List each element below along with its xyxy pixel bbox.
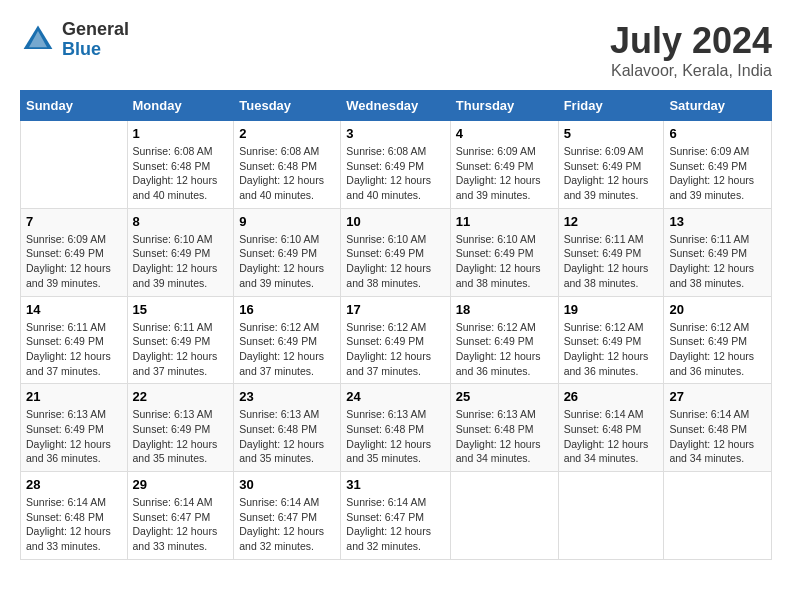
calendar-cell: 2Sunrise: 6:08 AMSunset: 6:48 PMDaylight…: [234, 121, 341, 209]
day-info: Sunrise: 6:12 AMSunset: 6:49 PMDaylight:…: [239, 320, 335, 379]
day-number: 14: [26, 302, 122, 317]
calendar-cell: 10Sunrise: 6:10 AMSunset: 6:49 PMDayligh…: [341, 208, 450, 296]
week-row-2: 7Sunrise: 6:09 AMSunset: 6:49 PMDaylight…: [21, 208, 772, 296]
day-info: Sunrise: 6:13 AMSunset: 6:48 PMDaylight:…: [346, 407, 444, 466]
week-row-1: 1Sunrise: 6:08 AMSunset: 6:48 PMDaylight…: [21, 121, 772, 209]
subtitle: Kalavoor, Kerala, India: [610, 62, 772, 80]
logo-icon: [20, 22, 56, 58]
calendar-cell: 20Sunrise: 6:12 AMSunset: 6:49 PMDayligh…: [664, 296, 772, 384]
calendar-cell: 31Sunrise: 6:14 AMSunset: 6:47 PMDayligh…: [341, 472, 450, 560]
day-number: 19: [564, 302, 659, 317]
calendar-cell: 21Sunrise: 6:13 AMSunset: 6:49 PMDayligh…: [21, 384, 128, 472]
day-info: Sunrise: 6:14 AMSunset: 6:48 PMDaylight:…: [564, 407, 659, 466]
week-row-5: 28Sunrise: 6:14 AMSunset: 6:48 PMDayligh…: [21, 472, 772, 560]
calendar-cell: [664, 472, 772, 560]
day-number: 4: [456, 126, 553, 141]
calendar-cell: 22Sunrise: 6:13 AMSunset: 6:49 PMDayligh…: [127, 384, 234, 472]
day-info: Sunrise: 6:12 AMSunset: 6:49 PMDaylight:…: [669, 320, 766, 379]
week-row-3: 14Sunrise: 6:11 AMSunset: 6:49 PMDayligh…: [21, 296, 772, 384]
calendar-cell: 15Sunrise: 6:11 AMSunset: 6:49 PMDayligh…: [127, 296, 234, 384]
calendar-cell: 9Sunrise: 6:10 AMSunset: 6:49 PMDaylight…: [234, 208, 341, 296]
calendar-cell: 29Sunrise: 6:14 AMSunset: 6:47 PMDayligh…: [127, 472, 234, 560]
calendar-cell: 19Sunrise: 6:12 AMSunset: 6:49 PMDayligh…: [558, 296, 664, 384]
day-info: Sunrise: 6:14 AMSunset: 6:47 PMDaylight:…: [239, 495, 335, 554]
day-info: Sunrise: 6:13 AMSunset: 6:48 PMDaylight:…: [239, 407, 335, 466]
calendar-cell: 23Sunrise: 6:13 AMSunset: 6:48 PMDayligh…: [234, 384, 341, 472]
calendar-cell: 16Sunrise: 6:12 AMSunset: 6:49 PMDayligh…: [234, 296, 341, 384]
header-tuesday: Tuesday: [234, 91, 341, 121]
week-row-4: 21Sunrise: 6:13 AMSunset: 6:49 PMDayligh…: [21, 384, 772, 472]
calendar-cell: 25Sunrise: 6:13 AMSunset: 6:48 PMDayligh…: [450, 384, 558, 472]
logo: General Blue: [20, 20, 129, 60]
day-number: 21: [26, 389, 122, 404]
calendar-cell: 18Sunrise: 6:12 AMSunset: 6:49 PMDayligh…: [450, 296, 558, 384]
day-info: Sunrise: 6:09 AMSunset: 6:49 PMDaylight:…: [669, 144, 766, 203]
calendar-cell: 26Sunrise: 6:14 AMSunset: 6:48 PMDayligh…: [558, 384, 664, 472]
day-number: 1: [133, 126, 229, 141]
calendar-cell: 1Sunrise: 6:08 AMSunset: 6:48 PMDaylight…: [127, 121, 234, 209]
title-section: July 2024 Kalavoor, Kerala, India: [610, 20, 772, 80]
calendar-cell: 30Sunrise: 6:14 AMSunset: 6:47 PMDayligh…: [234, 472, 341, 560]
day-number: 26: [564, 389, 659, 404]
day-number: 22: [133, 389, 229, 404]
calendar-cell: [558, 472, 664, 560]
day-number: 25: [456, 389, 553, 404]
day-number: 29: [133, 477, 229, 492]
calendar-cell: 4Sunrise: 6:09 AMSunset: 6:49 PMDaylight…: [450, 121, 558, 209]
day-number: 31: [346, 477, 444, 492]
day-info: Sunrise: 6:10 AMSunset: 6:49 PMDaylight:…: [239, 232, 335, 291]
day-info: Sunrise: 6:11 AMSunset: 6:49 PMDaylight:…: [26, 320, 122, 379]
calendar-cell: 3Sunrise: 6:08 AMSunset: 6:49 PMDaylight…: [341, 121, 450, 209]
day-number: 23: [239, 389, 335, 404]
calendar-cell: 28Sunrise: 6:14 AMSunset: 6:48 PMDayligh…: [21, 472, 128, 560]
header: General Blue July 2024 Kalavoor, Kerala,…: [20, 20, 772, 80]
day-info: Sunrise: 6:10 AMSunset: 6:49 PMDaylight:…: [346, 232, 444, 291]
day-number: 13: [669, 214, 766, 229]
day-number: 5: [564, 126, 659, 141]
header-sunday: Sunday: [21, 91, 128, 121]
day-number: 20: [669, 302, 766, 317]
day-number: 24: [346, 389, 444, 404]
logo-text: General Blue: [62, 20, 129, 60]
day-number: 17: [346, 302, 444, 317]
day-info: Sunrise: 6:12 AMSunset: 6:49 PMDaylight:…: [456, 320, 553, 379]
day-info: Sunrise: 6:08 AMSunset: 6:48 PMDaylight:…: [133, 144, 229, 203]
day-info: Sunrise: 6:13 AMSunset: 6:49 PMDaylight:…: [133, 407, 229, 466]
day-info: Sunrise: 6:12 AMSunset: 6:49 PMDaylight:…: [564, 320, 659, 379]
header-wednesday: Wednesday: [341, 91, 450, 121]
day-info: Sunrise: 6:11 AMSunset: 6:49 PMDaylight:…: [564, 232, 659, 291]
day-number: 8: [133, 214, 229, 229]
calendar-cell: 14Sunrise: 6:11 AMSunset: 6:49 PMDayligh…: [21, 296, 128, 384]
calendar-cell: 8Sunrise: 6:10 AMSunset: 6:49 PMDaylight…: [127, 208, 234, 296]
day-info: Sunrise: 6:11 AMSunset: 6:49 PMDaylight:…: [669, 232, 766, 291]
day-number: 28: [26, 477, 122, 492]
calendar-cell: 5Sunrise: 6:09 AMSunset: 6:49 PMDaylight…: [558, 121, 664, 209]
day-info: Sunrise: 6:14 AMSunset: 6:48 PMDaylight:…: [26, 495, 122, 554]
header-friday: Friday: [558, 91, 664, 121]
day-info: Sunrise: 6:12 AMSunset: 6:49 PMDaylight:…: [346, 320, 444, 379]
calendar-cell: 6Sunrise: 6:09 AMSunset: 6:49 PMDaylight…: [664, 121, 772, 209]
day-number: 9: [239, 214, 335, 229]
header-monday: Monday: [127, 91, 234, 121]
main-title: July 2024: [610, 20, 772, 62]
day-info: Sunrise: 6:11 AMSunset: 6:49 PMDaylight:…: [133, 320, 229, 379]
day-info: Sunrise: 6:10 AMSunset: 6:49 PMDaylight:…: [133, 232, 229, 291]
calendar-cell: 27Sunrise: 6:14 AMSunset: 6:48 PMDayligh…: [664, 384, 772, 472]
day-number: 2: [239, 126, 335, 141]
day-number: 11: [456, 214, 553, 229]
calendar-cell: 17Sunrise: 6:12 AMSunset: 6:49 PMDayligh…: [341, 296, 450, 384]
calendar-cell: 24Sunrise: 6:13 AMSunset: 6:48 PMDayligh…: [341, 384, 450, 472]
day-info: Sunrise: 6:09 AMSunset: 6:49 PMDaylight:…: [26, 232, 122, 291]
day-info: Sunrise: 6:08 AMSunset: 6:49 PMDaylight:…: [346, 144, 444, 203]
header-saturday: Saturday: [664, 91, 772, 121]
day-number: 15: [133, 302, 229, 317]
day-info: Sunrise: 6:13 AMSunset: 6:49 PMDaylight:…: [26, 407, 122, 466]
header-thursday: Thursday: [450, 91, 558, 121]
logo-general-text: General: [62, 20, 129, 40]
calendar-cell: [21, 121, 128, 209]
calendar-body: 1Sunrise: 6:08 AMSunset: 6:48 PMDaylight…: [21, 121, 772, 560]
day-info: Sunrise: 6:08 AMSunset: 6:48 PMDaylight:…: [239, 144, 335, 203]
calendar-cell: 11Sunrise: 6:10 AMSunset: 6:49 PMDayligh…: [450, 208, 558, 296]
calendar-cell: 13Sunrise: 6:11 AMSunset: 6:49 PMDayligh…: [664, 208, 772, 296]
day-info: Sunrise: 6:09 AMSunset: 6:49 PMDaylight:…: [456, 144, 553, 203]
